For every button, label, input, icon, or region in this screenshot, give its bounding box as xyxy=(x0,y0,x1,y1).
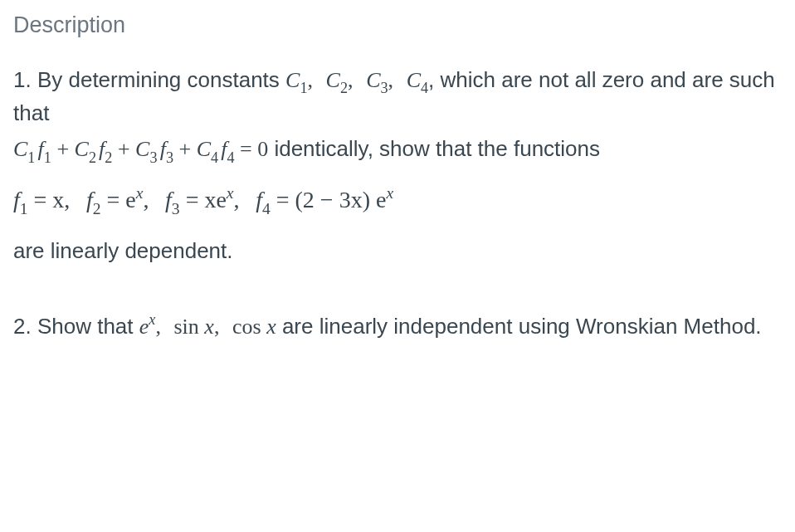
comma: , xyxy=(155,315,166,339)
problem-1-intro: 1. By determining constants C1, C2, C3, … xyxy=(13,65,782,129)
problem-1-tail: are linearly dependent. xyxy=(13,236,782,266)
term-c4f4: C4f4 xyxy=(197,137,235,161)
problem-1-functions: f1 = x,f2 = ex,f3 = xex,f4 = (2 − 3x) ex xyxy=(13,183,782,219)
math-ex: ex xyxy=(139,315,156,339)
fn-f1: f1 = x, xyxy=(13,187,70,212)
comma: , xyxy=(388,68,399,92)
term-c3f3: C3f3 xyxy=(135,137,173,161)
plus: + xyxy=(173,137,197,161)
plus: + xyxy=(51,137,75,161)
comma: , xyxy=(308,68,319,92)
math-c2: C2 xyxy=(326,68,348,92)
math-c3: C3 xyxy=(366,68,388,92)
fn-f3: f3 = xex, xyxy=(165,187,240,212)
text: 2. Show that xyxy=(13,314,139,339)
problem-1: 1. By determining constants C1, C2, C3, … xyxy=(13,65,782,266)
fn-f2: f2 = ex, xyxy=(86,187,149,212)
plus: + xyxy=(112,137,135,161)
text: identically, show that the functions xyxy=(268,136,600,161)
problem-1-equation: C1f1 + C2f2 + C3f3 + C4f4 = 0 identicall… xyxy=(13,134,782,168)
problem-2-text: 2. Show that ex, sin x, cos x are linear… xyxy=(13,310,782,342)
fn-f4: f4 = (2 − 3x) ex xyxy=(256,187,393,212)
comma: , xyxy=(348,68,358,92)
term-c1f1: C1f1 xyxy=(13,137,51,161)
text: 1. By determining constants xyxy=(13,67,285,92)
term-c2f2: C2f2 xyxy=(75,137,113,161)
problem-2: 2. Show that ex, sin x, cos x are linear… xyxy=(13,310,782,342)
math-c1: C1 xyxy=(285,68,307,92)
math-sin: sin xyxy=(173,315,204,339)
math-cos: cos xyxy=(232,315,266,339)
comma: , xyxy=(214,315,225,339)
math-x: x xyxy=(266,315,276,339)
math-c4: C4 xyxy=(407,68,428,92)
text: are linearly independent using Wronskian… xyxy=(276,314,762,339)
equals-zero: = 0 xyxy=(235,137,269,161)
math-x: x xyxy=(204,315,214,339)
description-heading: Description xyxy=(13,10,782,41)
